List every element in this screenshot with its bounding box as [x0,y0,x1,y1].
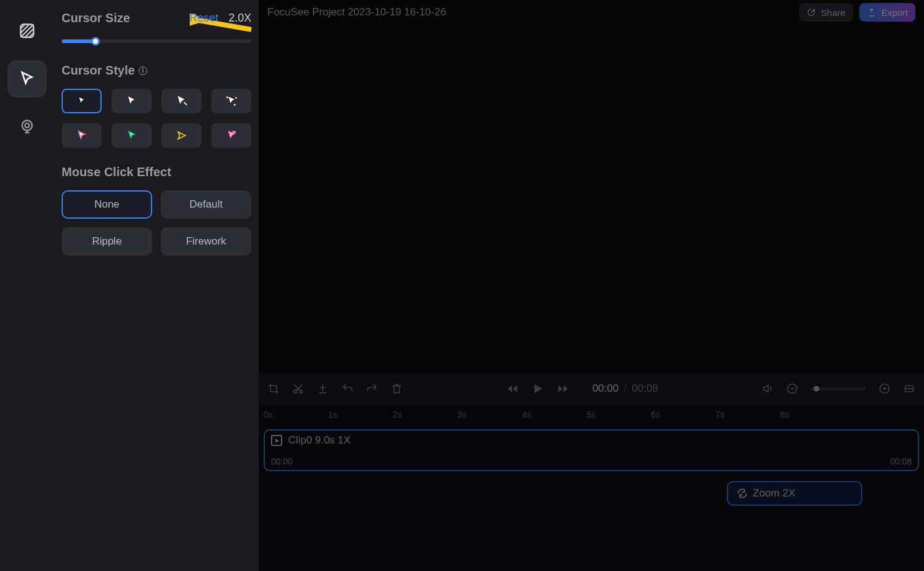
playback-time-separator: / [624,383,627,394]
svg-line-9 [184,102,187,105]
timeline: 0s 1s 2s 3s 4s 5s 6s 7s 8s Clip0 9.0s 1X [259,405,924,571]
cursor-style-option-3[interactable] [161,89,201,113]
cursor-style-label: Cursor Style i [62,63,147,78]
marker-icon[interactable] [317,383,329,395]
share-icon [806,7,816,17]
cursor-style-option-2[interactable] [111,89,152,113]
play-icon[interactable] [531,382,545,395]
cursor-style-section: Cursor Style i [62,63,251,148]
clip-end-time: 00:08 [890,456,912,466]
volume-icon[interactable] [761,383,774,395]
cursor-size-value: 2.0X [229,12,251,24]
ruler-tick: 5s [586,410,596,419]
cursor-style-option-7[interactable] [161,123,201,148]
zoom-in-icon[interactable] [878,383,891,395]
trash-icon[interactable] [391,383,403,395]
rewind-icon[interactable] [506,383,519,395]
cursor-arrow-yellow-icon [176,129,188,142]
crop-icon[interactable] [267,383,280,395]
playback-total-time: 00:08 [632,383,659,394]
cursor-trail-icon [175,94,188,108]
clip-play-icon [271,435,282,446]
video-preview[interactable] [259,25,924,373]
undo-icon[interactable] [341,383,354,395]
cursor-style-option-8[interactable] [211,123,251,148]
ruler-tick: 1s [328,410,338,419]
click-effect-none-button[interactable]: None [62,190,152,219]
cursor-size-slider[interactable] [62,36,251,46]
click-effect-default-button[interactable]: Default [161,190,251,219]
zoom-out-icon[interactable] [786,383,798,395]
cursor-rainbow-icon [76,129,88,142]
ruler-tick: 2s [393,410,402,419]
svg-point-10 [226,96,228,98]
click-effect-ripple-button[interactable]: Ripple [62,227,152,256]
zoom-clip-label: Zoom 2X [753,487,795,500]
timeline-ruler[interactable]: 0s 1s 2s 3s 4s 5s 6s 7s 8s [259,410,924,419]
cursor-size-reset-link[interactable]: Reset [189,12,218,24]
svg-point-11 [235,97,237,99]
cursor-size-label: Cursor Size [62,11,130,25]
svg-line-2 [21,25,30,33]
svg-line-4 [25,29,34,38]
rail-camera-button[interactable] [7,108,47,145]
click-effect-firework-button[interactable]: Firework [161,227,251,256]
cursor-style-option-5[interactable] [62,123,102,148]
click-effect-label: Mouse Click Effect [62,165,171,179]
share-button[interactable]: Share [799,3,853,22]
cursor-icon [18,70,36,87]
ruler-tick: 0s [264,410,273,419]
rail-background-button[interactable] [7,12,47,49]
svg-point-12 [233,104,235,106]
playback-current-time: 00:00 [593,383,619,394]
rail-cursor-button[interactable] [7,60,47,97]
svg-point-14 [300,391,303,394]
title-bar: FocuSee Project 2023-10-19 16-10-26 Shar… [259,0,924,25]
ruler-tick: 8s [780,410,789,419]
cursor-style-option-6[interactable] [111,123,152,148]
zoom-slider[interactable] [811,387,866,391]
clip-item[interactable]: Clip0 9.0s 1X 00:00 00:08 [264,429,919,471]
cursor-heart-icon [224,128,239,143]
click-effect-section: Mouse Click Effect None Default Ripple F… [62,165,251,256]
cursor-sparkle-icon [224,94,239,108]
export-icon [867,7,877,17]
ruler-tick: 6s [651,410,660,419]
left-rail [0,0,54,571]
ffwd-icon[interactable] [557,383,569,395]
export-button[interactable]: Export [859,3,915,22]
info-icon[interactable]: i [139,67,147,75]
clip-label: Clip0 9.0s 1X [288,434,351,447]
cursor-style-option-4[interactable] [211,89,251,113]
project-title: FocuSee Project 2023-10-19 16-10-26 [267,6,446,18]
ruler-tick: 7s [716,410,725,419]
clip-start-time: 00:00 [271,456,293,466]
fit-icon[interactable] [903,383,915,395]
ruler-tick: 3s [457,410,466,419]
main-area: FocuSee Project 2023-10-19 16-10-26 Shar… [259,0,924,571]
camera-icon [18,118,36,136]
hatch-icon [18,22,36,39]
cut-icon[interactable] [292,383,304,395]
refresh-icon [737,488,748,499]
cursor-default-icon [76,95,88,107]
svg-point-13 [294,391,297,394]
zoom-clip-item[interactable]: Zoom 2X [727,481,862,506]
cursor-solid-icon [126,95,138,107]
svg-point-7 [25,123,30,128]
editor-toolbar: 00:00 / 00:08 [259,373,924,405]
redo-icon[interactable] [366,383,378,395]
cursor-panel: Cursor Size Reset 2.0X Cursor Style i [54,0,259,571]
svg-point-6 [22,121,32,131]
cursor-size-section: Cursor Size Reset 2.0X [62,11,251,46]
ruler-tick: 4s [522,410,531,419]
cursor-green-icon [126,129,138,142]
cursor-style-option-1[interactable] [62,89,102,113]
